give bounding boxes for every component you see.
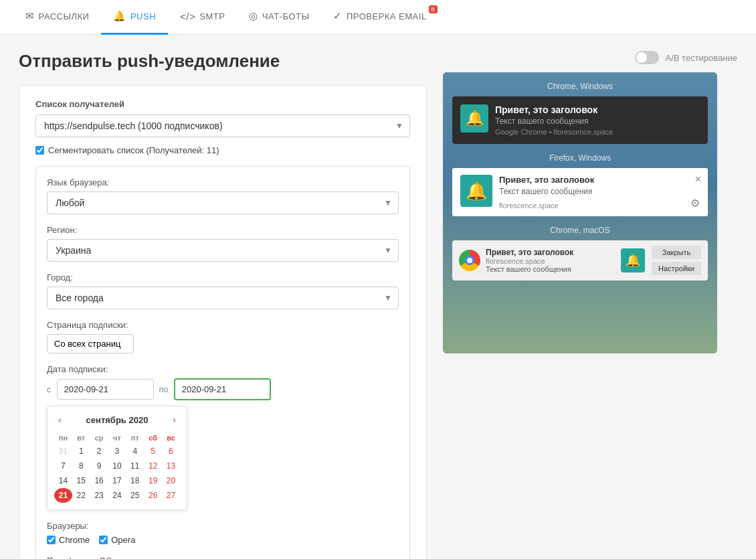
ab-toggle[interactable]	[635, 51, 659, 64]
filter-section: Язык браузера: Любой ▼ Регион:	[35, 166, 410, 559]
nav-chatboty-label: ЧАТ-БОТЫ	[262, 11, 310, 21]
right-panel: А/В тестирование Chrome, Windows 🔔 Приве…	[443, 51, 737, 559]
cal-header-fri: пт	[126, 432, 144, 444]
firefox-bell-icon: 🔔	[460, 175, 492, 207]
calendar-day[interactable]: 7	[54, 459, 72, 473]
subscription-page-select-wrapper: Со всех страниц	[47, 334, 399, 353]
chat-icon: ◎	[249, 10, 258, 22]
calendar-day[interactable]: 23	[90, 488, 108, 503]
calendar-day[interactable]: 22	[72, 488, 90, 503]
calendar-day[interactable]: 12	[144, 459, 162, 473]
chrome-mac-title: Привет, это заголовок	[486, 248, 614, 257]
chrome-macos-label: Chrome, macOS	[452, 226, 708, 235]
subscription-date-field: Дата подписки: с 2020-09-21 по ‹ сентябр…	[47, 364, 399, 510]
chrome-windows-label: Chrome, Windows	[452, 82, 708, 91]
city-select[interactable]: Все города	[47, 287, 399, 309]
browsers-field: Браузеры: Chrome Opera	[47, 521, 399, 545]
chrome-windows-notification: 🔔 Привет, это заголовок Текст вашего соо…	[452, 96, 708, 144]
chrome-check-label: Chrome	[47, 535, 90, 545]
calendar-day[interactable]: 27	[162, 488, 180, 503]
calendar-day[interactable]: 15	[72, 473, 90, 488]
firefox-windows-label: Firefox, Windows	[452, 153, 708, 163]
city-label: Город:	[47, 272, 399, 283]
calendar-day[interactable]: 14	[54, 473, 72, 488]
opera-checkbox[interactable]	[99, 536, 108, 544]
calendar-day[interactable]: 31	[54, 444, 72, 459]
date-from-input[interactable]: 2020-09-21	[57, 379, 154, 400]
calendar-day[interactable]: 2	[90, 444, 108, 459]
calendar-day[interactable]: 19	[144, 473, 162, 488]
page-title: Отправить push-уведомление	[19, 51, 427, 72]
chrome-macos-notification: Привет, это заголовок florescence.space …	[452, 240, 708, 281]
nav-smtp-label: SMTP	[199, 11, 225, 21]
close-button[interactable]: Закрыть	[652, 246, 701, 259]
chrome-mac-body: Текст вашего сообщения	[486, 265, 614, 273]
bell-icon-mac: 🔔	[626, 253, 640, 268]
date-to-input[interactable]	[174, 378, 271, 400]
firefox-title: Привет, это заголовок	[499, 175, 700, 185]
region-select[interactable]: Украина	[47, 239, 399, 262]
calendar-day[interactable]: 10	[108, 459, 126, 473]
calendar-day[interactable]: 25	[126, 488, 144, 503]
cal-header-tue: вт	[72, 432, 90, 444]
settings-button[interactable]: Настройки	[652, 262, 701, 275]
firefox-gear-icon[interactable]: ⚙	[690, 197, 700, 210]
calendar-day[interactable]: 13	[162, 459, 180, 473]
chrome-checkbox[interactable]	[47, 536, 56, 544]
calendar-header: ‹ сентябрь 2020 ›	[54, 413, 180, 426]
calendar-day[interactable]: 24	[108, 488, 126, 503]
nav-smtp[interactable]: </> SMTP	[168, 0, 237, 35]
recipients-select[interactable]: https://sendpulse.tech (1000 подписчиков…	[35, 114, 410, 137]
nav-chatboty[interactable]: ◎ ЧАТ-БОТЫ	[237, 0, 321, 35]
browsers-label: Браузеры:	[47, 521, 399, 531]
subscription-date-label: Дата подписки:	[47, 364, 399, 374]
chrome-win-body: Текст вашего сообщения	[495, 116, 700, 126]
calendar-day[interactable]: 17	[108, 473, 126, 488]
calendar-day[interactable]: 8	[72, 459, 90, 473]
calendar-day[interactable]: 4	[126, 444, 144, 459]
calendar-day[interactable]: 6	[162, 444, 180, 459]
calendar-day[interactable]: 5	[144, 444, 162, 459]
platforms-label: Платформа, OS:	[47, 556, 399, 559]
beta-badge: β	[429, 5, 438, 13]
city-select-wrapper: Все города ▼	[47, 287, 399, 309]
browser-lang-select[interactable]: Любой	[47, 191, 399, 214]
firefox-close-icon[interactable]: ×	[695, 173, 701, 185]
chrome-mac-actions: Закрыть Настройки	[652, 246, 701, 275]
calendar-day[interactable]: 16	[90, 473, 108, 488]
region-select-wrapper: Украина ▼	[47, 239, 399, 262]
opera-check-label: Opera	[99, 535, 135, 545]
calendar-day[interactable]: 18	[126, 473, 144, 488]
top-navigation: ✉ РАССЫЛКИ 🔔 PUSH </> SMTP ◎ ЧАТ-БОТЫ ✓ …	[0, 0, 756, 35]
calendar-day[interactable]: 21	[54, 488, 72, 503]
chrome-label: Chrome	[59, 535, 90, 545]
calendar-grid: пн вт ср чт пт сб вс 3112345678910111213…	[54, 432, 180, 503]
nav-rassylki[interactable]: ✉ РАССЫЛКИ	[13, 0, 101, 35]
cal-header-thu: чт	[108, 432, 126, 444]
calendar-dropdown: ‹ сентябрь 2020 › пн вт ср чт	[47, 406, 187, 510]
calendar-next-btn[interactable]: ›	[169, 413, 180, 426]
cal-header-mon: пн	[54, 432, 72, 444]
chrome-mac-bell-icon: 🔔	[621, 248, 645, 272]
subscription-page-select[interactable]: Со всех страниц	[47, 334, 134, 353]
calendar-day[interactable]: 20	[162, 473, 180, 488]
region-label: Регион:	[47, 225, 399, 235]
nav-push[interactable]: 🔔 PUSH	[101, 0, 168, 35]
chrome-logo-icon	[459, 250, 480, 271]
calendar-prev-btn[interactable]: ‹	[54, 413, 66, 426]
calendar-day[interactable]: 1	[72, 444, 90, 459]
calendar-day[interactable]: 3	[108, 444, 126, 459]
chrome-win-bell-icon: 🔔	[460, 104, 488, 133]
calendar-day[interactable]: 9	[90, 459, 108, 473]
code-icon: </>	[180, 11, 195, 22]
subscription-page-label: Страница подписки:	[47, 320, 399, 330]
date-range-row: с 2020-09-21 по	[47, 378, 399, 400]
calendar-day[interactable]: 11	[126, 459, 144, 473]
calendar-day[interactable]: 26	[144, 488, 162, 503]
chrome-win-source: Google Chrome • florescence.space	[495, 128, 700, 136]
nav-proverka[interactable]: ✓ ПРОВЕРКА EMAIL β	[321, 0, 438, 35]
calendar-month-label: сентябрь 2020	[86, 415, 149, 425]
segment-checkbox[interactable]	[35, 146, 44, 155]
browser-lang-select-wrapper: Любой ▼	[47, 191, 399, 214]
left-panel: Отправить push-уведомление Список получа…	[19, 51, 427, 559]
